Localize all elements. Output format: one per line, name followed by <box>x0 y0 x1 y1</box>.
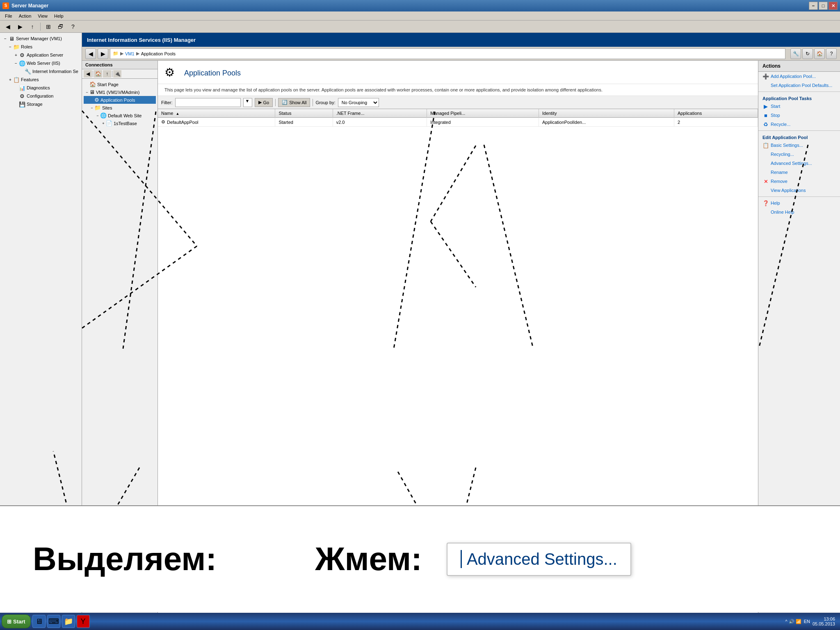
conn-label-vm1: VM1 (VM1\VMAdmin) <box>96 90 139 95</box>
new-window[interactable]: 🗗 <box>55 22 66 32</box>
actions-header: Actions <box>758 61 840 72</box>
iis-refresh-button[interactable]: ↻ <box>802 48 813 59</box>
action-view-applications[interactable]: View Applications <box>758 186 840 195</box>
action-recycling[interactable]: Recycling... <box>758 150 840 159</box>
conn-1stestbase[interactable]: + 📄 1sTestBase <box>84 119 156 127</box>
left-instruction-text: Выделяем: <box>33 540 217 578</box>
col-identity[interactable]: Identity <box>539 109 674 118</box>
col-netframework[interactable]: .NET Frame... <box>333 109 427 118</box>
filter-dropdown[interactable]: ▼ <box>243 98 252 107</box>
pool-row-icon: ⚙ <box>161 119 165 125</box>
action-basic-settings[interactable]: 📋 Basic Settings... <box>758 141 840 150</box>
minimize-button[interactable]: − <box>809 2 818 10</box>
menu-file[interactable]: File <box>2 13 16 19</box>
menu-action[interactable]: Action <box>16 13 35 19</box>
tree-toggle-iis[interactable] <box>19 68 25 74</box>
action-sep1 <box>758 91 840 92</box>
action-online-help[interactable]: Online Help <box>758 208 840 217</box>
menu-help[interactable]: Help <box>51 13 67 19</box>
tree-item-iis[interactable]: 🔧 Internet Information Se <box>2 67 80 75</box>
tree-toggle-roles[interactable]: − <box>7 44 13 50</box>
action-rename[interactable]: Rename <box>758 168 840 177</box>
breadcrumb-vm1[interactable]: VM1 <box>125 51 135 56</box>
tree-item-app-server[interactable]: + ⚙ Application Server <box>2 51 80 59</box>
taskbar-icon-browser[interactable]: Y <box>77 615 90 628</box>
conn-default-web[interactable]: − 🌐 Default Web Site <box>84 112 156 119</box>
tree-item-diagnostics[interactable]: 📊 Diagnostics <box>2 84 80 92</box>
taskbar-icon-explorer[interactable]: 🖥 <box>32 615 46 628</box>
col-status[interactable]: Status <box>275 109 333 118</box>
iis-help-button[interactable]: ? <box>826 48 837 59</box>
taskbar-icon-cmd[interactable]: ⌨ <box>47 615 60 628</box>
tray-icons: ^ 🔊 📶 <box>785 619 801 624</box>
tree-toggle[interactable]: − <box>2 36 8 41</box>
app-icon: S <box>2 2 9 9</box>
show-all-button[interactable]: 🔄 Show All <box>278 98 310 107</box>
tree-item-web-server[interactable]: − 🌐 Web Server (IIS) <box>2 59 80 67</box>
col-name[interactable]: Name ▲ <box>158 109 275 118</box>
back-button[interactable]: ◀ <box>2 22 13 32</box>
conn-connect[interactable]: 🔌 <box>113 70 121 78</box>
menu-view[interactable]: View <box>34 13 51 19</box>
action-advanced-settings[interactable]: Advanced Settings... <box>758 159 840 168</box>
tree-item-configuration[interactable]: ⚙ Configuration <box>2 92 80 100</box>
action-add-pool[interactable]: ➕ Add Application Pool... <box>758 72 840 81</box>
conn-up[interactable]: ↑ <box>103 70 111 78</box>
breadcrumb-current: Application Pools <box>141 51 176 56</box>
up-button[interactable]: ↑ <box>27 22 38 32</box>
pool-name-cell: ⚙ DefaultAppPool <box>161 119 272 125</box>
help-icon: ❓ <box>762 200 769 206</box>
filter-bar: Filter: ▼ ▶ Go 🔄 Show All Group by: <box>158 96 758 109</box>
action-set-defaults[interactable]: Set Application Pool Defaults... <box>758 81 840 90</box>
tree-label-web-server: Web Server (IIS) <box>27 61 60 66</box>
forward-button[interactable]: ▶ <box>15 22 25 32</box>
roles-icon: 📁 <box>13 43 20 50</box>
conn-start-page[interactable]: 🏠 Start Page <box>84 80 156 88</box>
tree-toggle-diag[interactable] <box>13 85 19 91</box>
close-button[interactable]: ✕ <box>829 2 838 10</box>
tree-toggle-features[interactable]: + <box>7 77 13 82</box>
tree-toggle-web-server[interactable]: − <box>13 60 19 66</box>
go-button[interactable]: ▶ Go <box>255 98 273 107</box>
conn-vm1[interactable]: − 🖥 VM1 (VM1\VMAdmin) <box>84 88 156 96</box>
time-display: 13:06 <box>813 616 835 621</box>
col-pipeline[interactable]: Managed Pipeli... <box>427 109 539 118</box>
conn-back[interactable]: ◀ <box>84 70 92 78</box>
start-button[interactable]: ⊞ Start <box>2 614 31 628</box>
testbase-icon: 📄 <box>106 120 112 126</box>
tree-toggle-app-server[interactable]: + <box>13 52 19 58</box>
tree-item-roles[interactable]: − 📁 Roles <box>2 43 80 51</box>
help-toolbar[interactable]: ? <box>68 22 78 32</box>
iis-back-button[interactable]: ◀ <box>85 48 96 59</box>
iis-forward-button[interactable]: ▶ <box>98 48 108 59</box>
conn-home[interactable]: 🏠 <box>94 70 102 78</box>
taskbar-icon-files[interactable]: 📁 <box>62 615 75 628</box>
tree-item-features[interactable]: + 📋 Features <box>2 75 80 84</box>
filter-input[interactable] <box>175 98 241 107</box>
tree-toggle-config[interactable] <box>13 93 19 99</box>
tree-toggle-storage[interactable] <box>13 101 19 107</box>
action-remove[interactable]: ✕ Remove <box>758 177 840 186</box>
table-row[interactable]: ⚙ DefaultAppPool Started v2.0 Integrated… <box>158 118 758 127</box>
start-page-icon: 🏠 <box>89 81 96 87</box>
action-stop[interactable]: ■ Stop <box>758 111 840 120</box>
pool-name-value: DefaultAppPool <box>167 120 198 125</box>
action-recycle[interactable]: ♻ Recycle... <box>758 120 840 129</box>
conn-sites[interactable]: − 📁 Sites <box>84 104 156 112</box>
conn-app-pools[interactable]: ⚙ Application Pools <box>84 96 156 104</box>
action-help[interactable]: ❓ Help <box>758 199 840 208</box>
cell-netframework: v2.0 <box>333 118 427 127</box>
toolbar-separator <box>40 23 41 31</box>
iis-home-button[interactable]: 🏠 <box>814 48 825 59</box>
taskbar: ⊞ Start 🖥 ⌨ 📁 Y ^ 🔊 📶 EN 13:06 05.05.201… <box>0 613 840 630</box>
maximize-button[interactable]: □ <box>819 2 828 10</box>
iis-tools-button[interactable]: 🔧 <box>790 48 801 59</box>
groupby-select[interactable]: No Grouping <box>338 98 379 107</box>
recycle-icon: ♻ <box>762 121 769 128</box>
col-applications[interactable]: Applications <box>674 109 758 118</box>
tree-item-storage[interactable]: 💾 Storage <box>2 100 80 108</box>
show-hide-console[interactable]: ⊞ <box>43 22 54 32</box>
action-start[interactable]: ▶ Start <box>758 102 840 111</box>
vm1-icon: 🖥 <box>89 89 95 95</box>
tree-item-server-manager[interactable]: − 🖥 Server Manager (VM1) <box>2 34 80 43</box>
